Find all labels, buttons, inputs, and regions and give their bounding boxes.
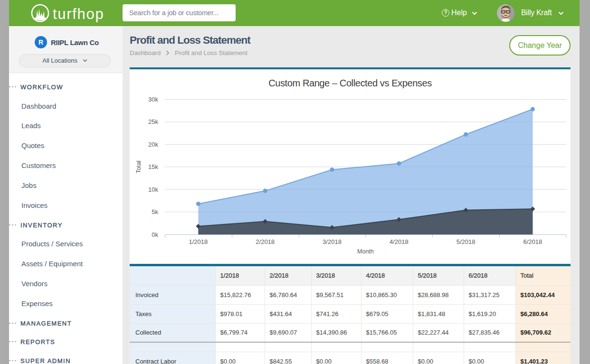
svg-text:10k: 10k [148, 186, 158, 193]
svg-text:5k: 5k [152, 208, 158, 215]
svg-text:3/2018: 3/2018 [323, 238, 342, 245]
svg-text:4/2018: 4/2018 [390, 238, 409, 245]
svg-text:5/2018: 5/2018 [457, 238, 476, 245]
svg-text:2/2018: 2/2018 [256, 238, 275, 245]
svg-text:20k: 20k [148, 141, 158, 148]
svg-text:25k: 25k [148, 118, 158, 125]
svg-text:30k: 30k [148, 96, 158, 103]
svg-text:Custom Range – Collected vs Ex: Custom Range – Collected vs Expenses [268, 78, 432, 88]
svg-text:1/2018: 1/2018 [189, 238, 208, 245]
svg-text:6/2018: 6/2018 [523, 238, 542, 245]
svg-text:Total: Total [135, 160, 142, 173]
svg-text:0k: 0k [152, 231, 158, 238]
svg-text:Month: Month [357, 248, 374, 255]
svg-text:15k: 15k [148, 163, 158, 170]
